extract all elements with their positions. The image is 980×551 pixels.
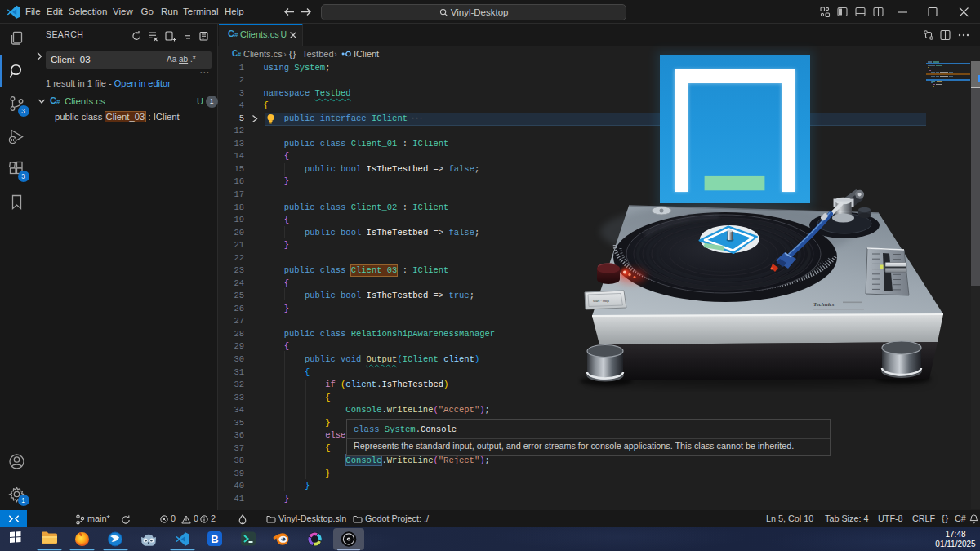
svg-text:start · stop: start · stop [593, 299, 609, 303]
svg-text:B: B [211, 533, 218, 545]
svg-text:Technics: Technics [813, 301, 835, 308]
